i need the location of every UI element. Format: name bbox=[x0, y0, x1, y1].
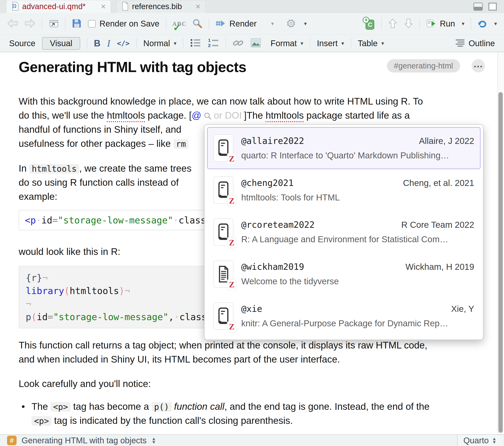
toolbar-separator bbox=[310, 38, 310, 49]
heading-anchor-badge[interactable]: #generating-html bbox=[387, 59, 460, 72]
tab-advanced-ui-qmd[interactable]: advanced-ui.qmd* × bbox=[6, 0, 111, 13]
forward-icon[interactable] bbox=[24, 19, 36, 29]
citation-author-year: Xie, Y bbox=[451, 304, 474, 314]
rerun-dropdown-caret[interactable]: ▾ bbox=[494, 20, 497, 27]
file-icon bbox=[122, 2, 129, 12]
maximize-pane-icon[interactable] bbox=[488, 2, 497, 12]
render-on-save-checkbox[interactable] bbox=[88, 20, 96, 28]
citation-author-year: R Core Team 2022 bbox=[401, 220, 474, 230]
paragraph-line: would look like this in R: bbox=[19, 246, 120, 257]
paragraph-line: handful of functions in Shiny itself, an… bbox=[19, 124, 181, 135]
outline-label: Outline bbox=[468, 39, 495, 48]
citation-title: quarto: R Interface to 'Quarto' Markdown… bbox=[241, 151, 474, 160]
citation-search-icon bbox=[204, 110, 212, 121]
vertical-scrollbar-thumb[interactable] bbox=[498, 92, 503, 433]
toolbar-separator bbox=[87, 38, 87, 49]
svg-text:2: 2 bbox=[208, 43, 211, 48]
pane-window-controls bbox=[473, 2, 497, 12]
citation-completion-popup: Z @allaire2022Allaire, J 2022 quarto: R … bbox=[204, 124, 484, 340]
render-settings-group: ▾ bbox=[286, 18, 307, 29]
toolbar-separator bbox=[471, 18, 471, 30]
citation-title: Welcome to the tidyverse bbox=[241, 276, 474, 286]
zotero-badge: Z bbox=[227, 321, 236, 332]
paragraph-line: Look carefully and you'll notice: bbox=[19, 378, 151, 389]
bullet-list-icon[interactable] bbox=[190, 38, 201, 49]
article-icon: Z bbox=[214, 260, 233, 288]
current-section-selector[interactable]: Generating HTML with tag objects bbox=[21, 436, 146, 445]
citation-key: @xie bbox=[241, 304, 262, 314]
visual-mode-button[interactable]: Visual bbox=[42, 37, 80, 50]
close-icon[interactable]: × bbox=[196, 2, 200, 11]
bold-button[interactable]: B bbox=[94, 38, 101, 49]
minimize-pane-icon[interactable] bbox=[473, 2, 483, 12]
render-icon bbox=[215, 19, 226, 29]
paragraph-line-with-citation: do this, we'll use the htmltools package… bbox=[19, 110, 410, 121]
gear-icon[interactable] bbox=[286, 18, 296, 29]
outline-icon bbox=[455, 38, 465, 48]
rerun-icon[interactable] bbox=[477, 19, 488, 29]
zotero-badge: Z bbox=[227, 237, 236, 248]
paragraph-line: example: bbox=[19, 191, 57, 202]
main-toolbar: Render on Save ABC ✓ Render ▾ ▾ C + Run bbox=[0, 13, 504, 35]
citation-item-rcoreteam2022[interactable]: Z @rcoreteam2022R Core Team 2022 R: A La… bbox=[207, 211, 481, 253]
paragraph-line: In htmltools, we create the same trees bbox=[19, 163, 192, 174]
rerun-group: ▾ bbox=[477, 19, 497, 29]
citation-key: @wickham2019 bbox=[241, 262, 304, 272]
render-button[interactable]: Render bbox=[215, 19, 256, 29]
paragraph-style-select[interactable]: Normal ▾ bbox=[144, 39, 177, 48]
close-icon[interactable]: × bbox=[101, 2, 106, 11]
render-on-save-group: Render on Save bbox=[88, 19, 159, 28]
citation-at-marker: @ bbox=[192, 110, 201, 121]
outline-toggle[interactable]: Outline bbox=[455, 38, 495, 48]
paragraph-line: With this background knowledge in place,… bbox=[19, 96, 423, 107]
code-button[interactable]: </> bbox=[117, 39, 129, 47]
book-icon: Z bbox=[214, 219, 233, 246]
editor-status-bar: # Generating HTML with tag objects ▲▼ Qu… bbox=[0, 434, 504, 446]
citation-item-xie[interactable]: Z @xieXie, Y knitr: A General-Purpose Pa… bbox=[207, 295, 481, 337]
back-icon[interactable] bbox=[7, 19, 18, 29]
toolbar-separator bbox=[351, 38, 351, 49]
citation-item-allaire2022[interactable]: Z @allaire2022Allaire, J 2022 quarto: R … bbox=[207, 127, 481, 169]
heading-more-button[interactable]: ... bbox=[472, 59, 485, 72]
settings-dropdown-caret[interactable]: ▾ bbox=[304, 20, 307, 27]
go-to-next-chunk-icon[interactable] bbox=[404, 18, 413, 29]
render-dropdown-caret[interactable]: ▾ bbox=[271, 20, 274, 27]
misspelled-word: htmltools bbox=[266, 110, 304, 121]
citation-title: knitr: A General-Purpose Package for Dyn… bbox=[241, 318, 474, 328]
table-menu[interactable]: Table ▾ bbox=[358, 39, 384, 48]
link-icon[interactable] bbox=[233, 38, 244, 49]
spellcheck-icon[interactable]: ABC ✓ bbox=[172, 20, 186, 27]
citation-key: @allaire2022 bbox=[241, 136, 304, 146]
tab-references-bib[interactable]: references.bib × bbox=[116, 0, 206, 13]
book-icon: Z bbox=[214, 303, 233, 330]
citation-title: htmltools: Tools for HTML bbox=[241, 192, 474, 203]
tab-title: advanced-ui.qmd* bbox=[22, 2, 86, 11]
source-mode-button[interactable]: Source bbox=[9, 39, 36, 48]
run-button[interactable]: Run ▾ bbox=[426, 19, 464, 29]
quarto-file-icon bbox=[11, 2, 19, 12]
save-icon[interactable] bbox=[72, 18, 82, 29]
format-menu[interactable]: Format ▾ bbox=[270, 39, 303, 48]
insert-chunk-icon[interactable]: C + bbox=[363, 17, 375, 30]
citation-item-wickham2019[interactable]: Z @wickham2019Wickham, H 2019 Welcome to… bbox=[207, 253, 481, 295]
go-to-previous-chunk-icon[interactable] bbox=[388, 18, 397, 29]
insert-menu[interactable]: Insert ▾ bbox=[317, 39, 344, 48]
book-icon: Z bbox=[214, 176, 233, 204]
paragraph-line: usefulness for other packages – like rm bbox=[19, 138, 188, 149]
citation-item-cheng2021[interactable]: Z @cheng2021Cheng, et al. 2021 htmltools… bbox=[207, 169, 481, 211]
italic-button[interactable]: I bbox=[107, 38, 110, 49]
image-icon[interactable] bbox=[251, 38, 261, 49]
search-icon[interactable] bbox=[192, 18, 202, 29]
numbered-list-icon[interactable]: 12 bbox=[208, 38, 219, 49]
open-in-new-window-icon[interactable] bbox=[49, 19, 59, 29]
zotero-badge: Z bbox=[227, 195, 236, 206]
inline-code: htmltools bbox=[29, 164, 79, 173]
run-dropdown-caret[interactable]: ▾ bbox=[462, 20, 464, 27]
document-format-selector[interactable]: Quarto ▲▼ bbox=[457, 435, 502, 446]
inline-code: <p> bbox=[51, 402, 71, 412]
toolbar-separator bbox=[136, 38, 137, 49]
citation-author-year: Wickham, H 2019 bbox=[406, 262, 474, 272]
run-chunk-icon bbox=[426, 19, 436, 29]
section-selector-arrows-icon[interactable]: ▲▼ bbox=[151, 437, 156, 444]
book-icon: Z bbox=[214, 134, 233, 162]
